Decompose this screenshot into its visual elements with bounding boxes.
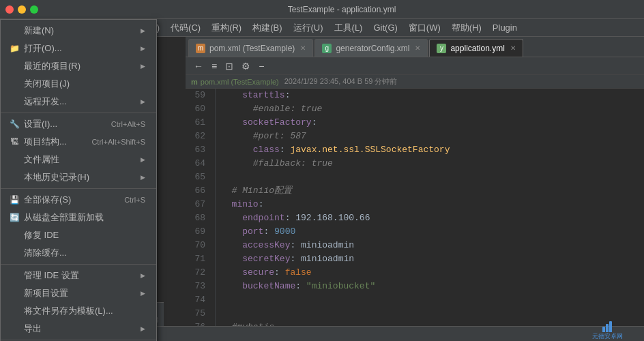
watermark-logo [602, 321, 612, 332]
line-num-65: 65 [186, 170, 209, 184]
line-num-68: 68 [186, 211, 209, 225]
menu-item-git[interactable]: Git(G) [368, 21, 402, 34]
code-line-61: socketFactory: [221, 116, 639, 130]
menu-open[interactable]: 📁 打开(O)... [1, 40, 156, 57]
line-num-74: 74 [186, 293, 209, 307]
menu-item-refactor[interactable]: 重构(R) [206, 20, 247, 35]
editor-area: m pom.xml (TestExample) ✕ g generatorCon… [186, 37, 644, 341]
code-editor[interactable]: 59 60 61 62 63 64 65 66 67 68 69 70 71 7… [186, 89, 644, 341]
code-line-60: #enable: true [221, 102, 639, 116]
menu-item-plugin[interactable]: Plugin [487, 21, 523, 34]
line-num-71: 71 [186, 252, 209, 266]
line-num-61: 61 [186, 116, 209, 130]
menu-item-tools[interactable]: 工具(L) [329, 20, 368, 35]
tab-pom-close[interactable]: ✕ [300, 44, 306, 52]
code-line-74 [221, 293, 639, 307]
bar3 [609, 321, 612, 332]
code-line-70: accessKey: minioadmin [221, 239, 639, 252]
menu-item-build[interactable]: 构建(B) [247, 20, 287, 35]
bar1 [602, 327, 605, 332]
menu-remote-dev[interactable]: 远程开发... [1, 93, 156, 110]
menu-repair-ide[interactable]: 修复 IDE [1, 226, 156, 244]
menu-item-window[interactable]: 窗口(W) [403, 20, 446, 35]
line-num-60: 60 [186, 102, 209, 116]
menu-reload[interactable]: 🔄 从磁盘全部重新加载 [1, 209, 156, 226]
line-num-73: 73 [186, 280, 209, 293]
menu-save-all[interactable]: 💾 全部保存(S) Ctrl+S [1, 191, 156, 209]
code-line-66: # Miniio配置 [221, 184, 639, 198]
file-menu-dropdown: 新建(N) 📁 打开(O)... 最近的项目(R) 关闭项目(J) [0, 19, 157, 341]
window-title: TestExample - application.yml [288, 5, 396, 14]
menu-save-as-template[interactable]: 将文件另存为模板(L)... [1, 302, 156, 320]
toolbar-settings[interactable]: ⚙ [239, 60, 253, 72]
menu-new-project-settings[interactable]: 新项目设置 [1, 284, 156, 302]
menu-export[interactable]: 导出 [1, 320, 156, 338]
maximize-dot[interactable] [30, 5, 38, 14]
menu-project-structure[interactable]: 🏗 项目结构... Ctrl+Alt+Shift+S [1, 133, 156, 151]
toolbar-split[interactable]: ⊡ [222, 60, 236, 72]
settings-icon: 🔧 [9, 119, 20, 129]
menu-local-history[interactable]: 本地历史记录(H) [1, 168, 156, 186]
separator-2 [1, 188, 156, 189]
maven-icon: m [196, 44, 205, 53]
line-num-66: 66 [186, 184, 209, 198]
file-info-bar: m pom.xml (TestExample) 2024/1/29 23:45,… [186, 75, 644, 89]
tab-generator[interactable]: g generatorConfig.xml ✕ [314, 39, 428, 57]
file-info-text: 2024/1/29 23:45, 404 B 59 分钟前 [284, 76, 398, 87]
close-dot[interactable] [5, 5, 14, 14]
menu-item-help[interactable]: 帮助(H) [446, 20, 487, 35]
bar2 [606, 324, 609, 332]
code-line-69: port: 9000 [221, 225, 639, 239]
toolbar-minus[interactable]: − [256, 60, 267, 72]
menu-item-code[interactable]: 代码(C) [165, 20, 206, 35]
menu-settings[interactable]: 🔧 设置(I)... Ctrl+Alt+S [1, 115, 156, 133]
menu-close-project[interactable]: 关闭项目(J) [1, 75, 156, 93]
separator-3 [1, 264, 156, 265]
toolbar-back[interactable]: ← [191, 60, 206, 72]
line-numbers: 59 60 61 62 63 64 65 66 67 68 69 70 71 7… [186, 89, 216, 341]
title-bar-icons [5, 5, 38, 14]
save-icon: 💾 [9, 195, 20, 205]
code-line-59: starttls: [221, 89, 639, 102]
tab-generator-close[interactable]: ✕ [415, 44, 420, 52]
code-line-67: minio: [221, 198, 639, 211]
tab-application[interactable]: y application.yml ✕ [429, 39, 523, 57]
tab-pom[interactable]: m pom.xml (TestExample) ✕ [188, 39, 313, 57]
toolbar-format[interactable]: ≡ [209, 60, 220, 72]
minimize-dot[interactable] [18, 5, 26, 14]
settings-shortcut: Ctrl+Alt+S [111, 120, 145, 128]
menu-manage-ide[interactable]: 管理 IDE 设置 [1, 267, 156, 284]
line-num-59: 59 [186, 89, 209, 102]
yaml-icon: y [437, 44, 446, 53]
code-line-75 [221, 307, 639, 321]
watermark: 元德安卓网 YUANDEANZHUOWANG [576, 321, 639, 342]
save-shortcut: Ctrl+S [124, 196, 145, 204]
reload-icon: 🔄 [9, 213, 20, 222]
watermark-area: 元德安卓网 YUANDEANZHUOWANG [576, 321, 639, 342]
menu-item-run[interactable]: 运行(U) [288, 20, 329, 35]
line-num-69: 69 [186, 225, 209, 239]
menu-clear-cache[interactable]: 清除缓存... [1, 244, 156, 262]
code-line-63: class: javax.net.ssl.SSLSocketFactory [221, 143, 639, 157]
title-bar: TestExample - application.yml [0, 0, 644, 19]
code-line-68: endpoint: 192.168.100.66 [221, 211, 639, 225]
project-structure-icon: 🏗 [9, 137, 20, 147]
tab-generator-label: generatorConfig.xml [336, 44, 409, 53]
generator-icon: g [322, 44, 332, 53]
line-num-62: 62 [186, 130, 209, 143]
code-line-72: secure: false [221, 266, 639, 280]
tab-application-close[interactable]: ✕ [510, 44, 516, 52]
file-path: pom.xml (TestExample) [201, 78, 279, 86]
tab-bar: m pom.xml (TestExample) ✕ g generatorCon… [186, 37, 644, 57]
code-line-73: bucketName: "miniobucket" [221, 280, 639, 293]
folder-icon: 📁 [9, 44, 20, 53]
line-num-70: 70 [186, 239, 209, 252]
menu-new[interactable]: 新建(N) [1, 22, 156, 40]
tab-application-label: application.yml [450, 44, 504, 53]
editor-toolbar: ← ≡ ⊡ ⚙ − [186, 57, 644, 75]
file-letter-m: m [191, 78, 198, 86]
code-line-65 [221, 170, 639, 184]
code-content[interactable]: starttls: #enable: true socketFactory: #… [216, 89, 644, 341]
menu-file-props[interactable]: 文件属性 [1, 151, 156, 168]
menu-recent[interactable]: 最近的项目(R) [1, 57, 156, 75]
